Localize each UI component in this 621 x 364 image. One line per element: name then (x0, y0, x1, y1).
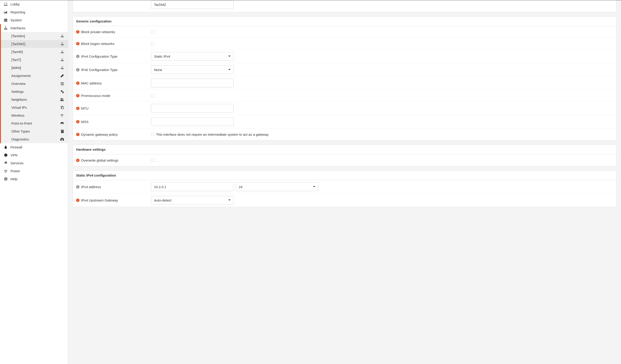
checkbox-promiscuous[interactable] (151, 94, 154, 97)
sidebar-item-assignments[interactable]: Assignments (1, 72, 68, 80)
panel-top-partial (73, 0, 617, 12)
users-icon (60, 98, 64, 101)
sidebar-item-taradm[interactable]: [TarAdm] (1, 32, 68, 40)
copy-icon (61, 106, 64, 109)
svg-rect-27 (63, 68, 64, 69)
nav-interfaces-label: Interfaces (10, 26, 25, 30)
nav-system[interactable]: System (0, 16, 68, 24)
info-icon[interactable]: i (76, 159, 80, 162)
caret-down-icon (313, 186, 315, 187)
checkbox-block-private[interactable] (151, 30, 154, 33)
info-icon[interactable]: i (76, 120, 80, 123)
description-input[interactable] (151, 0, 234, 9)
label-ipv4-gateway: IPv4 Upstream Gateway (81, 198, 118, 202)
phone-icon (60, 122, 64, 125)
nav-power[interactable]: Power (0, 167, 68, 175)
checkbox-block-bogon[interactable] (151, 42, 154, 45)
sidebar-item-label: Assignments (11, 74, 31, 78)
svg-rect-18 (62, 52, 62, 53)
label-mss: MSS (81, 120, 88, 124)
input-ipv4-address[interactable] (151, 182, 234, 191)
row-mss: iMSS (73, 115, 616, 129)
row-overwrite: iOverwrite global settings (73, 154, 616, 166)
sidebar-item-settings[interactable]: Settings (1, 88, 68, 96)
panel-generic-heading: Generic configuration (73, 17, 616, 26)
select-cidr-value: 24 (239, 185, 242, 189)
svg-rect-3 (4, 21, 7, 22)
checkbox-overwrite[interactable] (151, 159, 154, 162)
label-ipv4-address: IPv4 address (81, 185, 101, 189)
svg-rect-22 (62, 60, 62, 61)
sidebar-item-other types[interactable]: Other Types (1, 127, 68, 135)
sidebar-item-neighbors[interactable]: Neighbors (1, 96, 68, 103)
sidebar-item-tarit[interactable]: [TarIT] (1, 56, 68, 64)
nav-lobby-label: Lobby (10, 2, 20, 6)
select-ipv4-config[interactable]: Static IPv4 (151, 52, 234, 61)
nav-firewall[interactable]: Firewall (0, 143, 68, 151)
select-ipv4-cidr[interactable]: 24 (236, 182, 318, 191)
sidebar-item-tarhr[interactable]: [TarHR] (1, 48, 68, 56)
select-ipv4-gateway[interactable]: Auto-detect (151, 196, 234, 204)
svg-rect-42 (62, 131, 63, 132)
select-ipv6-value: None (154, 68, 162, 72)
svg-rect-44 (62, 138, 63, 138)
sidebar-item-overview[interactable]: Overview (1, 80, 68, 88)
checkbox-dynamic-gateway-wrap[interactable]: This interface does not require an inter… (151, 132, 268, 136)
svg-rect-10 (62, 36, 62, 37)
label-ipv4-config: IPv4 Configuration Type (81, 54, 118, 58)
row-ipv6-config: iIPv6 Configuration Type None (73, 63, 616, 77)
sitemap-icon (61, 59, 64, 61)
panel-static-ipv4: Static IPv4 configuration iIPv4 address … (73, 170, 617, 207)
row-mac: iMAC address (73, 77, 616, 90)
info-icon[interactable]: i (76, 185, 80, 189)
info-icon[interactable]: i (76, 42, 80, 45)
input-mac[interactable] (151, 79, 234, 87)
archive-icon (61, 130, 64, 133)
checkbox-dynamic-gateway[interactable] (151, 133, 154, 136)
life-ring-icon (3, 177, 8, 181)
info-icon[interactable]: i (76, 30, 80, 33)
sidebar-item-label: Other Types (11, 129, 30, 133)
svg-rect-30 (61, 85, 64, 85)
label-block-bogon: Block bogon networks (81, 42, 115, 46)
input-mss[interactable] (151, 117, 234, 126)
info-icon[interactable]: i (76, 199, 80, 202)
label-block-private: Block private networks (81, 30, 115, 34)
svg-point-36 (62, 98, 63, 99)
svg-rect-0 (4, 3, 7, 5)
sidebar-item-point-to-point[interactable]: Point-to-Point (1, 119, 68, 127)
info-icon[interactable]: i (76, 55, 80, 58)
select-ipv6-config[interactable]: None (151, 65, 234, 74)
input-mtu[interactable] (151, 104, 234, 113)
panel-generic: Generic configuration iBlock private net… (73, 16, 617, 140)
nav-vpn[interactable]: VPN (0, 151, 68, 159)
info-icon[interactable]: i (76, 82, 80, 85)
nav-services[interactable]: Services (0, 159, 68, 167)
row-promiscuous: iPromiscuous mode (73, 90, 616, 102)
nav-help[interactable]: Help (0, 175, 68, 183)
info-icon[interactable]: i (76, 133, 80, 136)
svg-rect-16 (62, 50, 62, 51)
label-dynamic-gateway: Dynamic gateway policy (81, 132, 118, 136)
row-ipv4-gateway: iIPv4 Upstream Gateway Auto-detect (73, 194, 616, 207)
panel-hardware: Hardware settings iOverwrite global sett… (73, 145, 617, 166)
caret-down-icon (228, 199, 231, 201)
info-icon[interactable]: i (76, 107, 80, 110)
info-icon[interactable]: i (76, 94, 80, 97)
sidebar-item-diagnostics[interactable]: Diagnostics (1, 135, 68, 143)
sidebar-item-label: Virtual IPs (11, 105, 27, 109)
plug-icon (3, 169, 8, 173)
nav-lobby[interactable]: Lobby (0, 0, 68, 8)
sidebar-item-wireless[interactable]: Wireless (1, 111, 68, 119)
gears-icon (61, 90, 64, 93)
sidebar-item-virtual ips[interactable]: Virtual IPs (1, 103, 68, 111)
svg-rect-12 (62, 43, 62, 43)
sidebar-item-wan[interactable]: [WAN] (1, 64, 68, 72)
server-icon (3, 19, 8, 22)
nav-interfaces[interactable]: Interfaces (1, 24, 68, 32)
svg-point-47 (4, 178, 7, 181)
info-icon[interactable]: i (76, 68, 80, 71)
sidebar-item-tardmz[interactable]: [TarDMZ] (1, 40, 68, 48)
svg-point-33 (61, 91, 62, 91)
nav-reporting[interactable]: Reporting (0, 8, 68, 16)
